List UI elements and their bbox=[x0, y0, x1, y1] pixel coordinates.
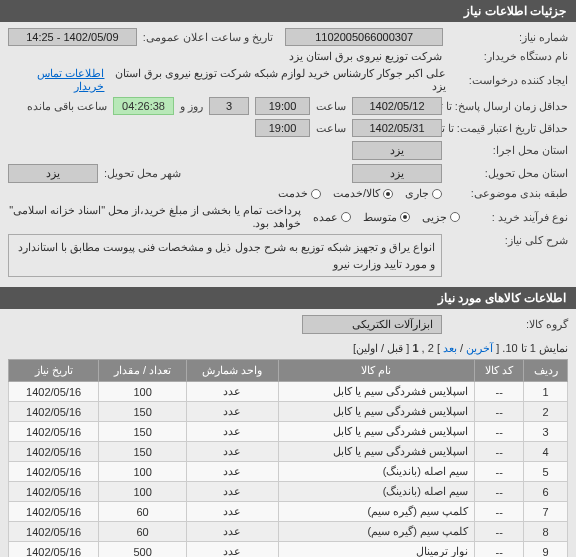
deadline-date: 1402/05/12 bbox=[352, 97, 442, 115]
radio-jozi[interactable] bbox=[450, 212, 460, 222]
items-table: ردیف کد کالا نام کالا واحد شمارش تعداد /… bbox=[8, 359, 568, 557]
cell-name: سیم اصله (باندینگ) bbox=[278, 462, 475, 482]
deliv-state: یزد bbox=[352, 164, 442, 183]
cell-date: 1402/05/16 bbox=[9, 482, 99, 502]
cell-unit: عدد bbox=[187, 382, 279, 402]
cell-name: کلمپ سیم (گیره سیم) bbox=[278, 502, 475, 522]
cell-name: اسپلایس فشردگی سیم یا کابل bbox=[278, 382, 475, 402]
contact-link[interactable]: اطلاعات تماس خریدار bbox=[8, 67, 104, 93]
cell-qty: 100 bbox=[99, 462, 187, 482]
deliv-state-label: استان محل تحویل: bbox=[448, 167, 568, 180]
pager-text-a: نمایش 1 تا 10. [ bbox=[493, 342, 568, 354]
cell-qty: 60 bbox=[99, 522, 187, 542]
exec-state: یزد bbox=[352, 141, 442, 160]
cell-date: 1402/05/16 bbox=[9, 402, 99, 422]
requester-value: علی اکبر جوکار کارشناس خرید لوازم شبکه ش… bbox=[110, 67, 446, 93]
cell-qty: 150 bbox=[99, 442, 187, 462]
budget-opt2: کالا/خدمت bbox=[333, 187, 380, 200]
cell-name: نوار ترمینال bbox=[278, 542, 475, 558]
cell-i: 1 bbox=[524, 382, 568, 402]
budget-opt3: خدمت bbox=[278, 187, 308, 200]
th-row: ردیف bbox=[524, 360, 568, 382]
pay-note: پرداخت تمام یا بخشی از مبلغ خرید،از محل … bbox=[8, 204, 301, 230]
cell-i: 2 bbox=[524, 402, 568, 422]
deadline-time-label: ساعت bbox=[316, 100, 346, 113]
group-value: ابزارآلات الکتریکی bbox=[302, 315, 442, 334]
purchase-type-label: نوع فرآیند خرید : bbox=[466, 211, 568, 224]
cell-code: -- bbox=[475, 422, 524, 442]
deadline-label: حداقل زمان ارسال پاسخ: تا تاریخ: bbox=[448, 100, 568, 113]
cell-date: 1402/05/16 bbox=[9, 522, 99, 542]
timer: 04:26:38 bbox=[113, 97, 174, 115]
cell-date: 1402/05/16 bbox=[9, 442, 99, 462]
purchase-opt1: جزیی bbox=[422, 211, 447, 224]
radio-khedmat[interactable] bbox=[311, 189, 321, 199]
pager-cur: 1 bbox=[412, 342, 418, 354]
exec-state-label: استان محل اجرا: bbox=[448, 144, 568, 157]
cell-qty: 100 bbox=[99, 382, 187, 402]
radio-omde[interactable] bbox=[341, 212, 351, 222]
pager: نمایش 1 تا 10. [ آخرین / بعد ] 2 , 1 [ ق… bbox=[8, 338, 568, 359]
cell-i: 5 bbox=[524, 462, 568, 482]
cell-code: -- bbox=[475, 522, 524, 542]
cell-date: 1402/05/16 bbox=[9, 422, 99, 442]
items-content: گروه کالا: ابزارآلات الکتریکی نمایش 1 تا… bbox=[0, 309, 576, 557]
need-no-value: 1102005066000307 bbox=[285, 28, 443, 46]
table-row: 3--اسپلایس فشردگی سیم یا کابلعدد1501402/… bbox=[9, 422, 568, 442]
cell-name: اسپلایس فشردگی سیم یا کابل bbox=[278, 402, 475, 422]
requester-label: ایجاد کننده درخواست: bbox=[452, 74, 568, 87]
cell-i: 4 bbox=[524, 442, 568, 462]
cell-unit: عدد bbox=[187, 402, 279, 422]
cell-code: -- bbox=[475, 542, 524, 558]
cell-unit: عدد bbox=[187, 502, 279, 522]
cell-code: -- bbox=[475, 442, 524, 462]
cell-date: 1402/05/16 bbox=[9, 462, 99, 482]
deliv-city-label: شهر محل تحویل: bbox=[104, 167, 181, 180]
cell-name: اسپلایس فشردگی سیم یا کابل bbox=[278, 422, 475, 442]
cell-code: -- bbox=[475, 462, 524, 482]
info-section-header: جزئیات اطلاعات نیاز bbox=[0, 0, 576, 22]
table-row: 8--کلمپ سیم (گیره سیم)عدد601402/05/16 bbox=[9, 522, 568, 542]
cell-qty: 500 bbox=[99, 542, 187, 558]
cell-unit: عدد bbox=[187, 442, 279, 462]
radio-jaari[interactable] bbox=[432, 189, 442, 199]
price-valid-time: 19:00 bbox=[255, 119, 310, 137]
pager-last[interactable]: آخرین bbox=[466, 342, 493, 354]
radio-kala[interactable] bbox=[383, 189, 393, 199]
cell-date: 1402/05/16 bbox=[9, 382, 99, 402]
pub-datetime-label: تاریخ و ساعت اعلان عمومی: bbox=[143, 31, 273, 44]
cell-i: 3 bbox=[524, 422, 568, 442]
cell-code: -- bbox=[475, 482, 524, 502]
cell-date: 1402/05/16 bbox=[9, 542, 99, 558]
cell-code: -- bbox=[475, 502, 524, 522]
days-left: 3 bbox=[209, 97, 249, 115]
table-row: 5--سیم اصله (باندینگ)عدد1001402/05/16 bbox=[9, 462, 568, 482]
th-date: تاریخ نیاز bbox=[9, 360, 99, 382]
cell-date: 1402/05/16 bbox=[9, 502, 99, 522]
deliv-city: یزد bbox=[8, 164, 98, 183]
purchase-opt2: متوسط bbox=[363, 211, 397, 224]
table-row: 2--اسپلایس فشردگی سیم یا کابلعدد1501402/… bbox=[9, 402, 568, 422]
need-no-label: شماره نیاز: bbox=[449, 31, 568, 44]
table-row: 1--اسپلایس فشردگی سیم یا کابلعدد1001402/… bbox=[9, 382, 568, 402]
cell-i: 6 bbox=[524, 482, 568, 502]
org-label: نام دستگاه خریدار: bbox=[448, 50, 568, 63]
table-row: 9--نوار ترمینالعدد5001402/05/16 bbox=[9, 542, 568, 558]
group-label: گروه کالا: bbox=[448, 318, 568, 331]
table-row: 7--کلمپ سیم (گیره سیم)عدد601402/05/16 bbox=[9, 502, 568, 522]
cell-unit: عدد bbox=[187, 422, 279, 442]
deadline-time: 19:00 bbox=[255, 97, 310, 115]
cell-i: 7 bbox=[524, 502, 568, 522]
cell-unit: عدد bbox=[187, 542, 279, 558]
pub-datetime-value: 1402/05/09 - 14:25 bbox=[8, 28, 137, 46]
pager-next[interactable]: بعد bbox=[443, 342, 457, 354]
radio-motavaset[interactable] bbox=[400, 212, 410, 222]
cell-i: 9 bbox=[524, 542, 568, 558]
budget-radios: جاری کالا/خدمت خدمت bbox=[278, 187, 442, 200]
main-desc-label: شرح کلی نیاز: bbox=[448, 234, 568, 247]
info-content: شماره نیاز: 1102005066000307 تاریخ و ساع… bbox=[0, 22, 576, 287]
cell-name: سیم اصله (باندینگ) bbox=[278, 482, 475, 502]
cell-unit: عدد bbox=[187, 482, 279, 502]
th-qty: تعداد / مقدار bbox=[99, 360, 187, 382]
th-code: کد کالا bbox=[475, 360, 524, 382]
